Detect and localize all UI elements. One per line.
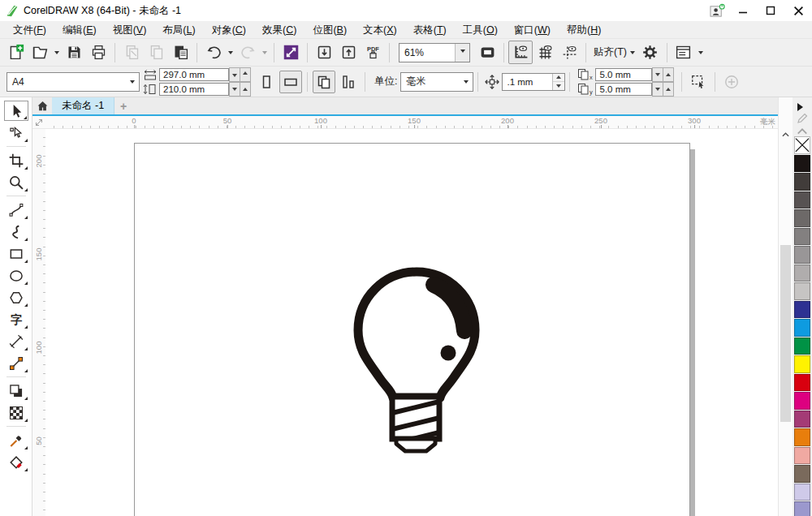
color-swatch-#413c3a[interactable] bbox=[794, 173, 810, 191]
color-swatch-#d8000f[interactable] bbox=[794, 374, 810, 392]
menu-item-9[interactable]: 表格(T) bbox=[405, 21, 455, 39]
artistic-media-tool[interactable] bbox=[4, 221, 28, 242]
ellipse-tool[interactable] bbox=[4, 265, 28, 286]
menu-item-5[interactable]: 对象(C) bbox=[204, 21, 254, 39]
interactive-fill-tool[interactable] bbox=[4, 452, 28, 472]
scrollbar-thumb[interactable] bbox=[780, 245, 791, 422]
search-content-button[interactable] bbox=[279, 41, 303, 64]
document-tab[interactable]: 未命名 -1 bbox=[52, 97, 114, 114]
text-tool[interactable]: 字 bbox=[4, 309, 28, 329]
page-width-input[interactable]: 297.0 mm bbox=[159, 68, 229, 81]
dropdown-arrow-icon[interactable] bbox=[226, 41, 235, 63]
zoom-dropdown-icon[interactable] bbox=[455, 44, 469, 62]
menu-item-8[interactable]: 文本(X) bbox=[355, 21, 405, 39]
new-tab-button[interactable]: + bbox=[114, 97, 132, 114]
menu-item-3[interactable]: 视图(V) bbox=[105, 21, 155, 39]
zoom-tool[interactable] bbox=[4, 172, 28, 192]
menu-item-7[interactable]: 位图(B) bbox=[304, 21, 355, 39]
color-swatch-#9b98cd[interactable] bbox=[794, 501, 810, 516]
color-swatch-#b0adad[interactable] bbox=[794, 264, 810, 282]
color-swatch-#838080[interactable] bbox=[794, 228, 810, 246]
color-swatch-#0e9be0[interactable] bbox=[794, 319, 810, 337]
pick-tool[interactable] bbox=[4, 101, 28, 121]
light-bulb-drawing[interactable] bbox=[349, 267, 484, 454]
transparency-tool[interactable] bbox=[4, 402, 28, 423]
nudge-spinner[interactable] bbox=[552, 74, 564, 90]
shape-tool[interactable] bbox=[4, 123, 28, 143]
connector-tool[interactable] bbox=[4, 353, 28, 373]
menu-item-4[interactable]: 布局(L) bbox=[154, 21, 203, 39]
page-size-dropdown-icon[interactable] bbox=[125, 73, 139, 91]
color-swatch-#7a6a5c[interactable] bbox=[794, 465, 810, 483]
paste-button[interactable] bbox=[168, 41, 192, 64]
duplicate-y-input[interactable]: 5.0 mm bbox=[595, 83, 652, 96]
current-page-button[interactable] bbox=[337, 71, 360, 93]
color-swatch-#009245[interactable] bbox=[794, 338, 810, 355]
page-height-input[interactable]: 210.0 mm bbox=[159, 83, 229, 96]
show-grid-button[interactable] bbox=[533, 41, 557, 64]
horizontal-ruler[interactable]: 050100150200250300毫米 bbox=[45, 116, 778, 128]
show-rulers-button[interactable] bbox=[508, 41, 533, 64]
crop-tool[interactable] bbox=[4, 150, 28, 170]
menu-item-11[interactable]: 窗口(W) bbox=[506, 21, 559, 39]
page-height-spinner[interactable] bbox=[230, 82, 251, 97]
units-combo[interactable]: 毫米 bbox=[400, 72, 473, 92]
color-eyedropper-tool[interactable] bbox=[4, 430, 28, 450]
sign-in-icon[interactable] bbox=[705, 0, 729, 21]
print-button[interactable] bbox=[86, 41, 110, 64]
minimize-button[interactable] bbox=[729, 0, 757, 21]
dropdown-arrow-icon[interactable] bbox=[52, 41, 62, 63]
no-color-swatch[interactable] bbox=[794, 136, 810, 154]
dropdown-arrow-icon[interactable] bbox=[260, 41, 270, 63]
color-swatch-#a43b76[interactable] bbox=[794, 411, 810, 428]
menu-item-10[interactable]: 工具(O) bbox=[455, 21, 506, 39]
color-swatch-#e87e0c[interactable] bbox=[794, 428, 810, 446]
rectangle-tool[interactable] bbox=[4, 243, 28, 264]
open-folder-button[interactable] bbox=[28, 41, 52, 64]
color-swatch-#2e3192[interactable] bbox=[794, 301, 810, 319]
maximize-button[interactable] bbox=[757, 0, 784, 21]
snap-to-dropdown[interactable]: 贴齐(T) bbox=[590, 42, 638, 63]
palette-flyout-icon[interactable] bbox=[797, 103, 807, 111]
menu-item-12[interactable]: 帮助(H) bbox=[559, 21, 609, 39]
all-pages-button[interactable] bbox=[313, 71, 335, 93]
portrait-button[interactable] bbox=[255, 71, 278, 93]
color-swatch-#fff200[interactable] bbox=[794, 355, 810, 373]
units-dropdown-icon[interactable] bbox=[459, 73, 473, 91]
palette-scroll-up-icon[interactable] bbox=[797, 126, 808, 135]
fullscreen-preview-button[interactable] bbox=[475, 41, 499, 64]
drawing-canvas[interactable] bbox=[45, 129, 778, 516]
duplicate-x-spinner[interactable] bbox=[653, 67, 674, 82]
drop-shadow-tool[interactable] bbox=[4, 381, 28, 401]
polygon-tool[interactable] bbox=[4, 287, 28, 307]
zoom-level-combo[interactable]: 61% bbox=[399, 43, 470, 62]
publish-pdf-button[interactable]: PDF bbox=[361, 41, 385, 64]
color-swatch-#1a1413[interactable] bbox=[794, 155, 810, 173]
freehand-tool[interactable] bbox=[4, 200, 28, 220]
home-icon[interactable] bbox=[32, 97, 52, 114]
color-swatch-#f0a9a2[interactable] bbox=[794, 447, 810, 465]
color-swatch-#999697[interactable] bbox=[794, 246, 810, 264]
quick-customize-button[interactable] bbox=[672, 41, 696, 64]
nudge-distance-input[interactable]: .1 mm bbox=[502, 73, 565, 91]
duplicate-y-spinner[interactable] bbox=[653, 82, 674, 97]
import-button[interactable] bbox=[312, 41, 336, 64]
show-guidelines-button[interactable] bbox=[557, 41, 581, 64]
page-size-preset-combo[interactable]: A4 bbox=[6, 72, 140, 92]
parallel-dimension-tool[interactable] bbox=[4, 331, 28, 351]
page-width-spinner[interactable] bbox=[230, 67, 251, 82]
options-gear-button[interactable] bbox=[638, 41, 663, 64]
color-swatch-#cfcae9[interactable] bbox=[794, 484, 810, 501]
treat-as-filled-button[interactable] bbox=[687, 71, 710, 93]
vertical-ruler[interactable]: 20015010050 bbox=[32, 129, 46, 516]
vertical-scrollbar[interactable] bbox=[778, 97, 793, 516]
export-button[interactable] bbox=[336, 41, 361, 64]
close-button[interactable] bbox=[784, 0, 812, 21]
menu-item-1[interactable]: 文件(F) bbox=[5, 21, 54, 39]
color-swatch-#c6c4c3[interactable] bbox=[794, 282, 810, 300]
color-swatch-#dd0080[interactable] bbox=[794, 392, 810, 410]
ruler-origin-icon[interactable] bbox=[32, 116, 45, 128]
color-swatch-#6d6968[interactable] bbox=[794, 209, 810, 227]
scroll-up-icon[interactable] bbox=[779, 128, 793, 141]
save-button[interactable] bbox=[62, 41, 86, 64]
